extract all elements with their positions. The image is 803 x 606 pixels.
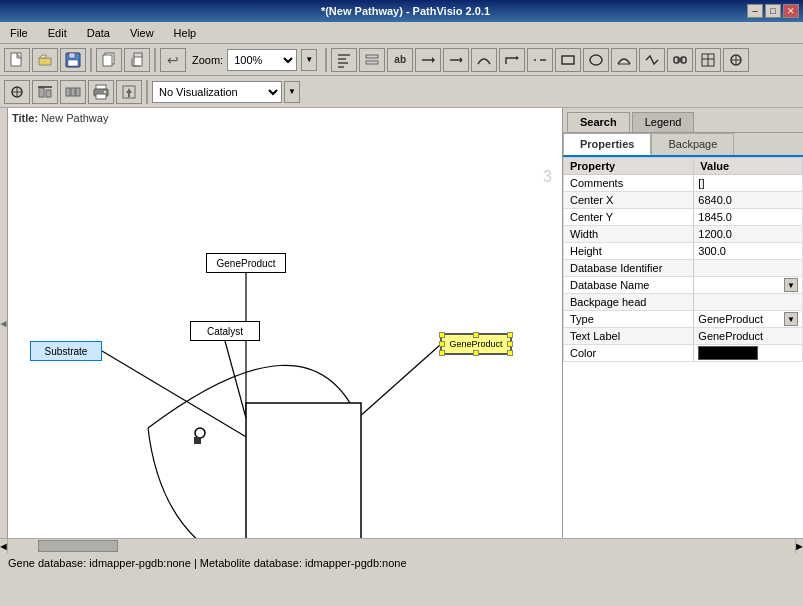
hscroll-thumb[interactable]	[38, 540, 118, 552]
zoom-select[interactable]: 100% 50% 150% 200%	[227, 49, 297, 71]
elbow-button[interactable]	[499, 48, 525, 72]
value-cell[interactable]: GeneProduct▼	[694, 311, 803, 328]
tab-legend[interactable]: Legend	[632, 112, 695, 132]
scroll-right-btn[interactable]: ►	[795, 539, 803, 553]
open-button[interactable]	[32, 48, 58, 72]
save-button[interactable]	[60, 48, 86, 72]
dropdown-arrow[interactable]: ▼	[784, 312, 798, 326]
svg-rect-14	[366, 61, 378, 64]
paste-button[interactable]	[124, 48, 150, 72]
value-cell[interactable]: ▼	[694, 277, 803, 294]
handle-bl[interactable]	[439, 350, 445, 356]
undo-button[interactable]: ↩	[160, 48, 186, 72]
add-anchor-button[interactable]	[4, 80, 30, 104]
svg-rect-38	[46, 90, 51, 97]
svg-rect-9	[338, 54, 350, 56]
catalyst-node[interactable]: Catalyst	[190, 321, 260, 341]
curve-button[interactable]	[471, 48, 497, 72]
svg-rect-37	[39, 88, 44, 97]
zoom-dropdown-arrow[interactable]: ▼	[301, 49, 317, 71]
copy-button[interactable]	[96, 48, 122, 72]
canvas-area[interactable]: Title: New Pathway 3	[8, 108, 563, 538]
minimize-button[interactable]: –	[747, 4, 763, 18]
arc-button[interactable]	[611, 48, 637, 72]
line-button[interactable]	[443, 48, 469, 72]
align-right-button[interactable]	[359, 48, 385, 72]
label-button[interactable]: ab	[387, 48, 413, 72]
close-button[interactable]: ✕	[783, 4, 799, 18]
distribute-button[interactable]	[60, 80, 86, 104]
menu-help[interactable]: Help	[168, 25, 203, 41]
toolbar-separator-1	[90, 48, 92, 72]
vertical-scroll[interactable]: ◄	[0, 108, 8, 538]
hscroll-track[interactable]	[8, 539, 795, 553]
properties-table: Property Value Comments[]Center X6840.0C…	[563, 157, 803, 362]
table-row: Center Y1845.0	[564, 209, 803, 226]
viz-dropdown-arrow[interactable]: ▼	[284, 81, 300, 103]
svg-rect-10	[338, 58, 346, 60]
rect-button[interactable]	[555, 48, 581, 72]
table-row: TypeGeneProduct▼	[564, 311, 803, 328]
handle-bm[interactable]	[473, 350, 479, 356]
dropdown-arrow[interactable]: ▼	[784, 278, 798, 292]
gene-product-node-1[interactable]: GeneProduct	[206, 253, 286, 273]
handle-ml[interactable]	[439, 341, 445, 347]
value-cell[interactable]: 300.0	[694, 243, 803, 260]
table-row: Color	[564, 345, 803, 362]
scroll-left-btn[interactable]: ◄	[0, 539, 8, 553]
substrate-node[interactable]: Substrate	[30, 341, 102, 361]
export-button[interactable]	[116, 80, 142, 104]
catalyst-label: Catalyst	[207, 326, 243, 337]
canvas-number: 3	[543, 168, 552, 186]
svg-marker-48	[126, 88, 132, 93]
maximize-button[interactable]: □	[765, 4, 781, 18]
table-button[interactable]	[695, 48, 721, 72]
value-cell[interactable]	[694, 260, 803, 277]
sub-tab-properties[interactable]: Properties	[563, 133, 651, 155]
dash-button[interactable]	[527, 48, 553, 72]
new-button[interactable]	[4, 48, 30, 72]
oval-button[interactable]	[583, 48, 609, 72]
align-left-button[interactable]	[331, 48, 357, 72]
zigzag-button[interactable]	[639, 48, 665, 72]
value-cell[interactable]: []	[694, 175, 803, 192]
pathway-svg	[8, 108, 562, 538]
handle-mr[interactable]	[507, 341, 513, 347]
svg-rect-6	[103, 55, 112, 66]
value-cell[interactable]: 1845.0	[694, 209, 803, 226]
value-cell[interactable]	[694, 345, 803, 362]
sub-tabs: Properties Backpage	[563, 133, 803, 157]
handle-br[interactable]	[507, 350, 513, 356]
color-swatch[interactable]	[698, 346, 758, 360]
property-cell: Center X	[564, 192, 694, 209]
align-top-button[interactable]	[32, 80, 58, 104]
table-row: Comments[]	[564, 175, 803, 192]
table-row: Database Identifier	[564, 260, 803, 277]
menu-edit[interactable]: Edit	[42, 25, 73, 41]
value-cell[interactable]	[694, 294, 803, 311]
arrow-button[interactable]	[415, 48, 441, 72]
menu-data[interactable]: Data	[81, 25, 116, 41]
viz-select[interactable]: No Visualization	[152, 81, 282, 103]
tab-search[interactable]: Search	[567, 112, 630, 132]
property-cell: Height	[564, 243, 694, 260]
gene-product-label-1: GeneProduct	[217, 258, 276, 269]
handle-tl[interactable]	[439, 332, 445, 338]
link-button[interactable]	[667, 48, 693, 72]
handle-tr[interactable]	[507, 332, 513, 338]
print-button[interactable]	[88, 80, 114, 104]
menu-file[interactable]: File	[4, 25, 34, 41]
window-controls[interactable]: – □ ✕	[747, 4, 799, 18]
handle-tm[interactable]	[473, 332, 479, 338]
gene-product-node-2[interactable]: GeneProduct	[440, 333, 512, 355]
toolbar-separator-3	[325, 48, 327, 72]
property-cell: Backpage head	[564, 294, 694, 311]
sub-tab-backpage[interactable]: Backpage	[651, 133, 734, 155]
connector-button[interactable]	[723, 48, 749, 72]
zoom-container: Zoom: 100% 50% 150% 200% ▼	[192, 49, 317, 71]
value-cell[interactable]: GeneProduct	[694, 328, 803, 345]
menu-view[interactable]: View	[124, 25, 160, 41]
value-cell[interactable]: 6840.0	[694, 192, 803, 209]
gene-product-label-2: GeneProduct	[449, 339, 502, 349]
value-cell[interactable]: 1200.0	[694, 226, 803, 243]
